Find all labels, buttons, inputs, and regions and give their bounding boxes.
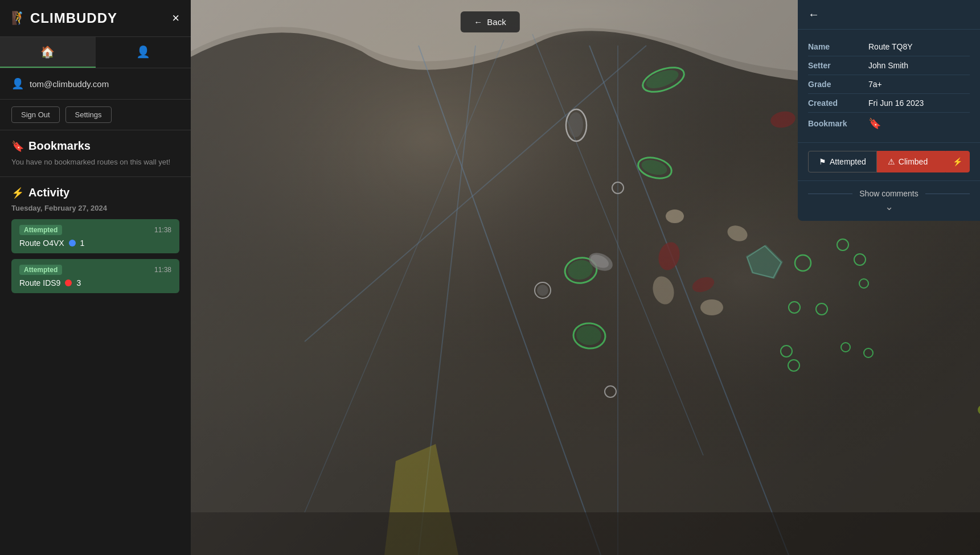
route-name-row: Name Route TQ8Y — [808, 38, 970, 56]
sign-out-button[interactable]: Sign Out — [11, 106, 60, 123]
comments-line-right — [925, 194, 970, 194]
activity-count-1: 3 — [76, 278, 81, 287]
activity-title: ⚡ Activity — [11, 186, 179, 199]
comments-line-left — [808, 194, 852, 194]
climbed-label: Climbed — [899, 157, 928, 166]
back-button[interactable]: ← Back — [460, 11, 519, 32]
activity-section: ⚡ Activity Tuesday, February 27, 2024 At… — [0, 177, 191, 555]
bookmarks-empty-text: You have no bookmarked routes on this wa… — [11, 157, 179, 167]
bookmarks-title: 🔖 Bookmarks — [11, 139, 179, 153]
bookmark-toggle-icon[interactable]: 🔖 — [868, 117, 881, 130]
settings-button[interactable]: Settings — [65, 106, 112, 123]
right-panel-header: ← — [798, 0, 980, 30]
show-comments-section: Show comments ⌄ — [798, 181, 980, 221]
svg-rect-51 — [191, 512, 980, 555]
right-panel: ← Name Route TQ8Y Setter John Smith Grad… — [798, 0, 980, 221]
nav-tabs: 🏠 👤 — [0, 37, 191, 68]
tab-home[interactable]: 🏠 — [0, 37, 96, 68]
close-button[interactable]: × — [172, 12, 179, 24]
activity-time-1: 11:38 — [154, 266, 171, 274]
name-value: Route TQ8Y — [868, 42, 913, 51]
bookmarks-label: Bookmarks — [28, 139, 91, 153]
activity-label: Activity — [28, 186, 69, 199]
action-buttons: Sign Out Settings — [0, 100, 191, 130]
back-arrow-icon: ← — [474, 17, 482, 27]
comments-expand-icon[interactable]: ⌄ — [885, 200, 893, 213]
climbed-button[interactable]: ⚠ Climbed — [877, 151, 945, 172]
activity-time-0: 11:38 — [154, 226, 171, 234]
created-value: Fri Jun 16 2023 — [868, 98, 924, 108]
dot-blue-0 — [69, 240, 76, 246]
activity-icon: ⚡ — [11, 187, 24, 199]
route-info-table: Name Route TQ8Y Setter John Smith Grade … — [798, 30, 980, 143]
show-comments-label[interactable]: Show comments — [859, 189, 918, 198]
activity-date: Tuesday, February 27, 2024 — [11, 204, 179, 212]
activity-badge-0: Attempted — [19, 225, 62, 235]
name-label: Name — [808, 42, 859, 51]
logo: 🧗 CLIMBUDDY — [11, 10, 117, 26]
activity-route-0: Route O4VX 1 — [19, 239, 171, 248]
attempted-label: Attempted — [830, 157, 866, 166]
route-setter-row: Setter John Smith — [808, 56, 970, 75]
activity-card-header-0: Attempted 11:38 — [19, 225, 171, 235]
grade-value: 7a+ — [868, 80, 882, 89]
back-button-label: Back — [487, 17, 506, 27]
activity-route-name-1: Route IDS9 — [19, 278, 60, 287]
activity-route-1: Route IDS9 3 — [19, 278, 171, 287]
sidebar: 🧗 CLIMBUDDY × 🏠 👤 👤 tom@climbuddy.com Si… — [0, 0, 191, 555]
user-info: 👤 tom@climbuddy.com — [0, 68, 191, 100]
activity-card-0[interactable]: Attempted 11:38 Route O4VX 1 — [11, 219, 179, 253]
bookmark-icon: 🔖 — [11, 140, 24, 153]
dot-red-1 — [65, 279, 72, 286]
attempted-button[interactable]: ⚑ Attempted — [808, 151, 877, 172]
activity-card-1[interactable]: Attempted 11:38 Route IDS9 3 — [11, 259, 179, 293]
route-bookmark-row: Bookmark 🔖 — [808, 113, 970, 134]
flash-icon: ⚡ — [953, 157, 962, 166]
activity-badge-1: Attempted — [19, 265, 62, 275]
bookmark-label: Bookmark — [808, 119, 859, 128]
svg-point-41 — [666, 209, 684, 223]
sidebar-header: 🧗 CLIMBUDDY × — [0, 0, 191, 37]
activity-count-0: 1 — [80, 239, 85, 248]
profile-icon: 👤 — [136, 45, 150, 59]
tab-profile[interactable]: 👤 — [96, 37, 191, 68]
grade-label: Grade — [808, 80, 859, 89]
route-grade-row: Grade 7a+ — [808, 75, 970, 94]
panel-back-button[interactable]: ← — [808, 8, 819, 21]
setter-label: Setter — [808, 61, 859, 70]
svg-point-43 — [700, 299, 723, 315]
attempted-flag-icon: ⚑ — [819, 157, 826, 166]
logo-text: CLIMBUDDY — [30, 10, 117, 26]
svg-point-25 — [537, 285, 548, 296]
route-created-row: Created Fri Jun 16 2023 — [808, 94, 970, 113]
comments-row: Show comments — [808, 189, 970, 198]
user-avatar-icon: 👤 — [11, 77, 24, 90]
activity-card-header-1: Attempted 11:38 — [19, 265, 171, 275]
home-icon: 🏠 — [40, 45, 55, 59]
route-action-buttons: ⚑ Attempted ⚠ Climbed ⚡ — [798, 143, 980, 181]
logo-icon: 🧗 — [11, 11, 27, 26]
climbed-icon: ⚠ — [888, 157, 895, 166]
flash-button[interactable]: ⚡ — [945, 151, 970, 172]
svg-point-16 — [568, 112, 583, 137]
bookmarks-section: 🔖 Bookmarks You have no bookmarked route… — [0, 130, 191, 177]
activity-route-name-0: Route O4VX — [19, 239, 64, 248]
user-email: tom@climbuddy.com — [30, 79, 109, 89]
created-label: Created — [808, 98, 859, 108]
setter-value: John Smith — [868, 61, 908, 70]
